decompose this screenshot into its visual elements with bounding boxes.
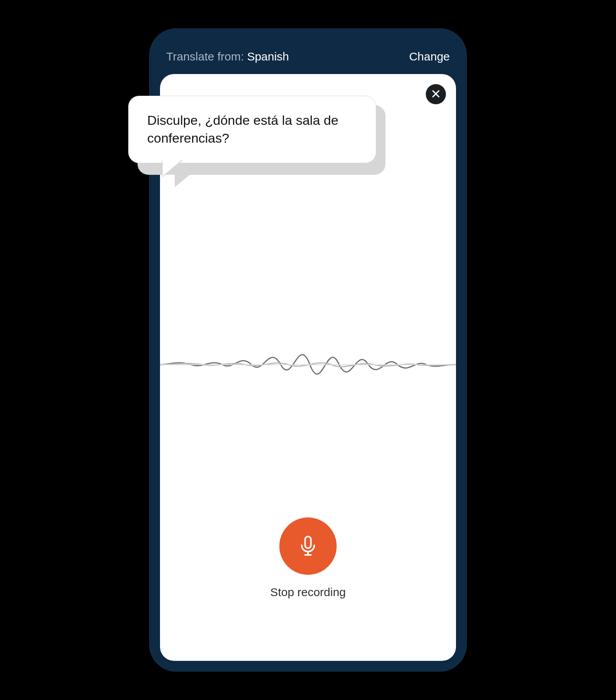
waveform-icon	[160, 322, 456, 407]
content-panel: Disculpe, ¿dónde está la sala de confere…	[160, 74, 456, 661]
speech-bubble: Disculpe, ¿dónde está la sala de confere…	[128, 96, 376, 163]
stop-recording-label: Stop recording	[270, 586, 346, 599]
recording-controls: Stop recording	[160, 517, 456, 599]
transcribed-text: Disculpe, ¿dónde está la sala de confere…	[147, 113, 338, 145]
close-icon	[431, 89, 441, 100]
phone-screen: Translate from: Spanish Change	[160, 39, 456, 661]
change-language-button[interactable]: Change	[409, 50, 450, 63]
translate-from-label: Translate from: Spanish	[166, 50, 289, 63]
stop-recording-button[interactable]	[279, 517, 337, 575]
speech-bubble-body: Disculpe, ¿dónde está la sala de confere…	[128, 96, 376, 163]
change-language-label: Change	[409, 50, 450, 63]
translate-from-language: Spanish	[247, 50, 289, 63]
translate-from-prefix: Translate from:	[166, 50, 244, 63]
close-button[interactable]	[426, 84, 446, 104]
phone-frame: Translate from: Spanish Change	[149, 28, 467, 672]
microphone-icon	[296, 534, 320, 559]
header-bar: Translate from: Spanish Change	[160, 39, 456, 74]
stage: Translate from: Spanish Change	[0, 0, 616, 700]
audio-waveform	[160, 322, 456, 407]
svg-rect-3	[305, 536, 311, 548]
